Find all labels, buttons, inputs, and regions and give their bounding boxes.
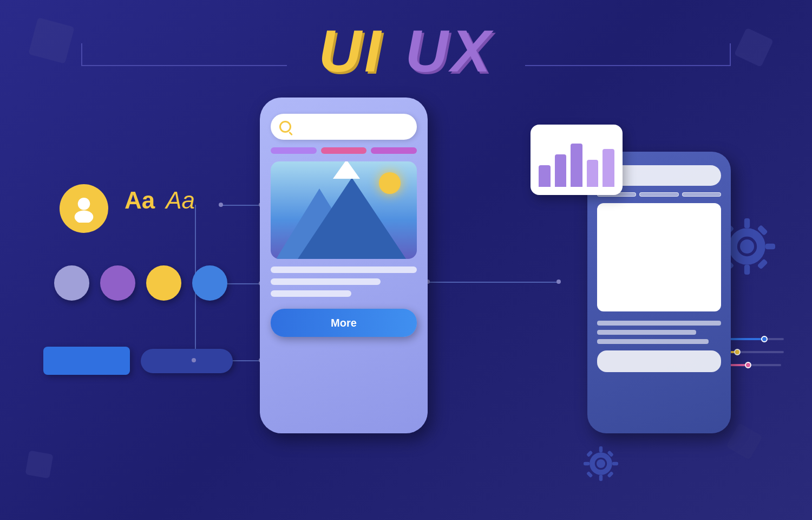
chart-bar-4 — [587, 160, 599, 187]
search-icon — [279, 121, 291, 133]
chart-bar-2 — [555, 154, 567, 187]
dark-bar-button[interactable] — [141, 349, 233, 373]
svg-rect-18 — [586, 471, 593, 478]
right-text-3 — [597, 339, 709, 344]
title-line-left — [81, 65, 287, 66]
phone-image — [271, 161, 417, 259]
svg-rect-6 — [765, 244, 775, 249]
svg-rect-16 — [586, 450, 593, 457]
right-text-2 — [597, 330, 696, 335]
text-line-1 — [271, 266, 417, 273]
connector-dot-7 — [192, 358, 196, 362]
svg-point-1 — [75, 210, 94, 223]
typography-sans: Aa — [166, 187, 195, 214]
avatar — [60, 184, 108, 233]
buttons-row — [43, 347, 233, 375]
svg-rect-13 — [599, 475, 603, 481]
pill-row — [271, 147, 417, 154]
deco-square-2 — [734, 28, 774, 67]
phone-right-content — [597, 203, 721, 311]
slider-dot-1 — [761, 336, 768, 342]
chart-bar-3 — [571, 144, 582, 187]
title-ui: UI — [319, 16, 384, 85]
svg-rect-14 — [584, 462, 590, 465]
pill-right-2 — [639, 192, 678, 197]
blue-button[interactable] — [43, 347, 130, 375]
typography-serif: Aa — [125, 187, 155, 214]
title-line-right — [525, 65, 731, 66]
mountain-snow — [333, 161, 360, 179]
deco-square-3 — [25, 450, 53, 478]
slider-track-3b — [751, 364, 781, 366]
scene: UI UX Aa Aa — [0, 0, 812, 520]
connector-line-h2 — [222, 205, 260, 206]
color-lavender — [54, 265, 89, 301]
slider-track-2b — [741, 351, 784, 353]
phone-text-lines — [271, 266, 417, 297]
connector-dot-6 — [219, 203, 223, 207]
color-blue — [192, 265, 227, 301]
title-ux: UX — [405, 16, 494, 85]
gear-icon-bottom — [579, 442, 623, 487]
slider-track-1b — [768, 338, 784, 340]
pill-purple — [271, 147, 317, 154]
chart-bar-5 — [603, 149, 614, 187]
deco-square-4 — [726, 423, 763, 460]
svg-rect-15 — [612, 462, 618, 465]
slider-dot-3 — [745, 362, 751, 368]
right-text-1 — [597, 321, 721, 326]
deco-square-1 — [28, 17, 75, 64]
svg-rect-4 — [744, 265, 750, 275]
connector-dot-5 — [556, 280, 561, 284]
color-yellow — [146, 265, 181, 301]
text-line-2 — [271, 278, 381, 285]
pill-pink — [321, 147, 367, 154]
chart-card — [531, 125, 623, 195]
phone-right-button[interactable] — [597, 350, 721, 372]
svg-point-11 — [597, 459, 605, 468]
text-line-3 — [271, 290, 351, 297]
connector-line-h4 — [428, 282, 558, 283]
more-button[interactable]: More — [271, 309, 417, 337]
mountain-bg — [271, 161, 417, 259]
slider-dot-2 — [734, 349, 741, 355]
pill-right-3 — [682, 192, 721, 197]
color-circles — [54, 265, 227, 301]
person-icon — [70, 194, 98, 223]
svg-point-2 — [740, 239, 754, 253]
svg-rect-3 — [744, 218, 750, 228]
title-container: UI UX — [319, 16, 494, 85]
pill-violet — [371, 147, 417, 154]
more-button-label: More — [331, 317, 357, 329]
svg-point-0 — [78, 198, 90, 210]
typography-labels: Aa Aa — [125, 187, 195, 214]
phone-search-bar[interactable] — [271, 114, 417, 140]
svg-rect-12 — [599, 446, 603, 452]
phone-left: More — [260, 98, 428, 433]
color-purple — [100, 265, 135, 301]
phone-right-lines — [597, 318, 721, 344]
mountain-front — [298, 178, 406, 259]
chart-bar-1 — [539, 165, 551, 187]
